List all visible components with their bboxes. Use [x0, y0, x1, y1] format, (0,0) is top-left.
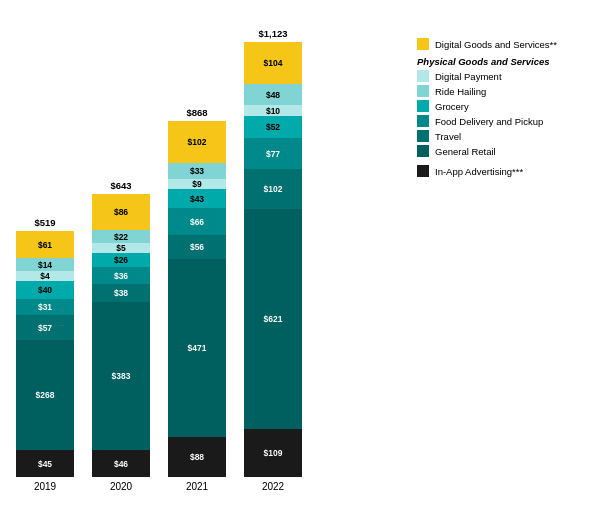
- segment-label-2020-5: $5: [116, 243, 125, 253]
- bar-segment-2021-6: $33: [168, 163, 226, 179]
- bar-segment-2020-5: $5: [92, 243, 150, 253]
- bar-segment-2021-7: $102: [168, 121, 226, 163]
- bar-segment-2020-6: $22: [92, 230, 150, 243]
- segment-label-2019-0: $45: [38, 459, 52, 469]
- segment-label-2021-0: $88: [190, 452, 204, 462]
- bar-segment-2022-4: $52: [244, 116, 302, 138]
- legend-item-2: Grocery: [417, 100, 582, 112]
- bar-segment-2020-1: $383: [92, 302, 150, 450]
- legend-section-physical-goods: Physical Goods and Services: [417, 56, 582, 67]
- legend-item-5: General Retail: [417, 145, 582, 157]
- bar-stack-2019: $45$268$57$31$40$4$14$61: [16, 231, 74, 477]
- legend-item-0: Digital Payment: [417, 70, 582, 82]
- bar-segment-2022-6: $48: [244, 84, 302, 105]
- bar-segment-2022-7: $104: [244, 42, 302, 84]
- segment-label-2021-2: $56: [190, 242, 204, 252]
- bar-segment-2022-1: $621: [244, 209, 302, 429]
- bar-segment-2020-3: $36: [92, 267, 150, 284]
- segment-label-2019-5: $4: [40, 271, 49, 281]
- legend-item-digital-goods: Digital Goods and Services**: [417, 38, 582, 50]
- segment-label-2022-2: $102: [264, 184, 283, 194]
- segment-label-2020-0: $46: [114, 459, 128, 469]
- segment-label-2022-7: $104: [264, 58, 283, 68]
- year-label-2022: 2022: [262, 481, 284, 492]
- bar-segment-2020-7: $86: [92, 194, 150, 230]
- bar-segment-2019-4: $40: [16, 281, 74, 299]
- year-label-2019: 2019: [34, 481, 56, 492]
- bar-segment-2022-0: $109: [244, 429, 302, 477]
- bar-segment-2022-5: $10: [244, 105, 302, 116]
- bar-segment-2019-6: $14: [16, 258, 74, 271]
- year-label-2020: 2020: [110, 481, 132, 492]
- legend-item-4: Travel: [417, 130, 582, 142]
- bar-segment-2021-2: $56: [168, 235, 226, 259]
- legend-item-in-app-advertising: In-App Advertising***: [417, 165, 582, 177]
- segment-label-2022-0: $109: [264, 448, 283, 458]
- segment-label-2022-3: $77: [266, 149, 280, 159]
- segment-label-2021-5: $9: [192, 179, 201, 189]
- segment-label-2021-6: $33: [190, 166, 204, 176]
- bar-segment-2019-0: $45: [16, 450, 74, 477]
- segment-label-2019-1: $268: [36, 390, 55, 400]
- segment-label-2021-4: $43: [190, 194, 204, 204]
- bar-segment-2022-2: $102: [244, 169, 302, 209]
- bar-group-2020: $643$46$383$38$36$26$5$22$862020: [92, 180, 150, 492]
- bar-segment-2020-0: $46: [92, 450, 150, 477]
- bar-segment-2021-1: $471: [168, 259, 226, 437]
- segment-label-2022-1: $621: [264, 314, 283, 324]
- bar-segment-2021-3: $66: [168, 208, 226, 235]
- bar-chart: $519$45$268$57$31$40$4$14$612019$643$46$…: [16, 28, 405, 512]
- segment-label-2022-4: $52: [266, 122, 280, 132]
- bar-stack-2022: $109$621$102$77$52$10$48$104: [244, 42, 302, 477]
- segment-label-2020-3: $36: [114, 271, 128, 281]
- segment-label-2020-6: $22: [114, 232, 128, 242]
- segment-label-2019-6: $14: [38, 260, 52, 270]
- bar-stack-2021: $88$471$56$66$43$9$33$102: [168, 121, 226, 477]
- bar-segment-2020-2: $38: [92, 284, 150, 302]
- year-label-2021: 2021: [186, 481, 208, 492]
- bar-segment-2022-3: $77: [244, 138, 302, 169]
- segment-label-2022-6: $48: [266, 90, 280, 100]
- bar-segment-2021-4: $43: [168, 189, 226, 208]
- total-label-2019: $519: [34, 217, 55, 228]
- segment-label-2020-1: $383: [112, 371, 131, 381]
- total-label-2020: $643: [110, 180, 131, 191]
- bar-segment-2021-5: $9: [168, 179, 226, 189]
- segment-label-2019-3: $31: [38, 302, 52, 312]
- segment-label-2021-7: $102: [188, 137, 207, 147]
- segment-label-2020-2: $38: [114, 288, 128, 298]
- bar-segment-2019-7: $61: [16, 231, 74, 258]
- bar-segment-2019-1: $268: [16, 340, 74, 450]
- segment-label-2019-4: $40: [38, 285, 52, 295]
- bar-segment-2021-0: $88: [168, 437, 226, 477]
- segment-label-2020-4: $26: [114, 255, 128, 265]
- bar-segment-2019-2: $57: [16, 315, 74, 340]
- bar-segment-2020-4: $26: [92, 253, 150, 267]
- bar-group-2021: $868$88$471$56$66$43$9$33$1022021: [168, 107, 226, 492]
- legend-item-1: Ride Hailing: [417, 85, 582, 97]
- segment-label-2021-1: $471: [188, 343, 207, 353]
- segment-label-2020-7: $86: [114, 207, 128, 217]
- bar-segment-2019-3: $31: [16, 299, 74, 315]
- total-label-2021: $868: [186, 107, 207, 118]
- segment-label-2021-3: $66: [190, 217, 204, 227]
- bar-segment-2019-5: $4: [16, 271, 74, 281]
- bar-stack-2020: $46$383$38$36$26$5$22$86: [92, 194, 150, 477]
- total-label-2022: $1,123: [258, 28, 287, 39]
- segment-label-2022-5: $10: [266, 106, 280, 116]
- legend: Digital Goods and Services**Physical Goo…: [417, 28, 582, 180]
- segment-label-2019-2: $57: [38, 323, 52, 333]
- segment-label-2019-7: $61: [38, 240, 52, 250]
- legend-item-3: Food Delivery and Pickup: [417, 115, 582, 127]
- bar-group-2022: $1,123$109$621$102$77$52$10$48$1042022: [244, 28, 302, 492]
- bar-group-2019: $519$45$268$57$31$40$4$14$612019: [16, 217, 74, 492]
